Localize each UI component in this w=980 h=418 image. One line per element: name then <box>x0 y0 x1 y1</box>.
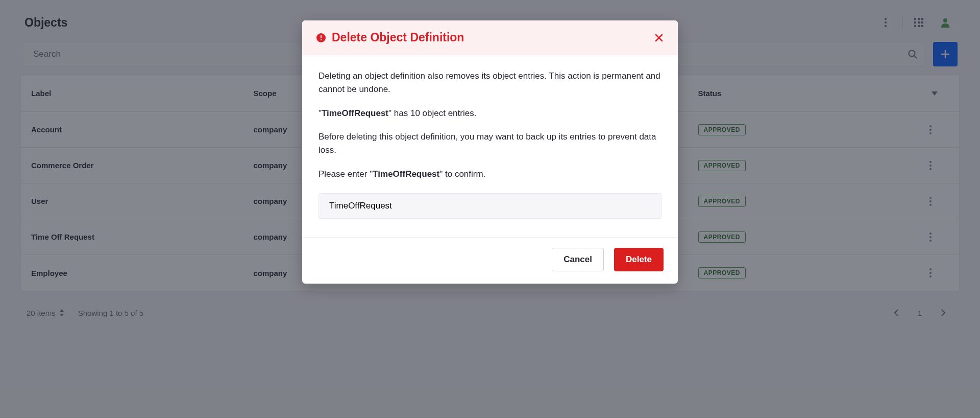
svg-rect-33 <box>321 35 322 38</box>
modal-title: Delete Object Definition <box>332 31 464 44</box>
delete-modal: Delete Object Definition Deleting an obj… <box>302 20 678 284</box>
modal-body: Deleting an object definition also remov… <box>302 55 678 237</box>
delete-button[interactable]: Delete <box>614 248 664 271</box>
warning-icon <box>316 33 326 42</box>
cancel-button[interactable]: Cancel <box>552 248 604 271</box>
modal-header: Delete Object Definition <box>302 20 678 55</box>
modal-overlay[interactable]: Delete Object Definition Deleting an obj… <box>0 0 980 418</box>
close-icon[interactable] <box>654 33 664 42</box>
modal-footer: Cancel Delete <box>302 237 678 284</box>
confirm-input[interactable] <box>318 193 662 219</box>
modal-warning-text: Deleting an object definition also remov… <box>318 69 662 97</box>
modal-confirm-instruction: Please enter "TimeOffRequest" to confirm… <box>318 168 662 181</box>
modal-backup-text: Before deleting this object definition, … <box>318 130 662 157</box>
modal-entries-text: "TimeOffRequest" has 10 object entries. <box>318 107 662 120</box>
svg-rect-34 <box>321 39 322 40</box>
